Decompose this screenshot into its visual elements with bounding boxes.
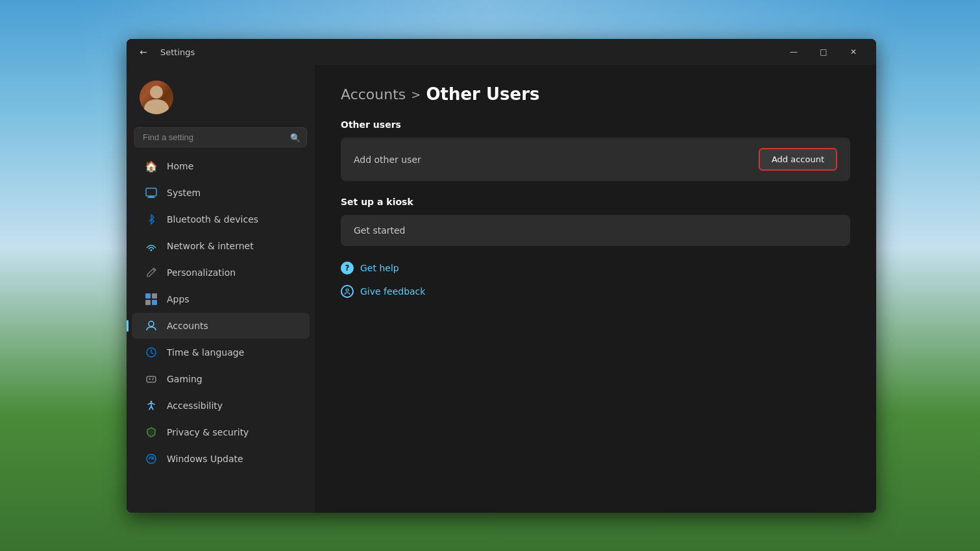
- feedback-icon: [341, 285, 354, 298]
- main-content: Accounts > Other Users Other users Add o…: [315, 65, 876, 513]
- avatar: [140, 80, 173, 114]
- maximize-icon: □: [820, 47, 827, 56]
- titlebar-title: Settings: [160, 47, 195, 57]
- sidebar-item-network[interactable]: Network & internet: [132, 233, 310, 259]
- sidebar-label-privacy: Privacy & security: [167, 427, 249, 437]
- sidebar-label-home: Home: [167, 161, 193, 171]
- sidebar-item-system[interactable]: System: [132, 180, 310, 206]
- help-icon: ?: [341, 262, 354, 275]
- svg-point-3: [151, 249, 153, 251]
- sidebar-nav: 🏠 Home System: [127, 153, 315, 472]
- back-icon: ←: [140, 47, 147, 57]
- window-controls: — □ ✕: [779, 42, 868, 62]
- kiosk-card: Get started: [341, 215, 850, 246]
- sidebar-item-accessibility[interactable]: Accessibility: [132, 393, 310, 419]
- svg-rect-0: [146, 188, 156, 196]
- settings-window: ← Settings — □ ✕ 🔍: [127, 39, 876, 513]
- sidebar-item-update[interactable]: Windows Update: [132, 446, 310, 472]
- sidebar: 🔍 🏠 Home System: [127, 65, 315, 513]
- sidebar-item-bluetooth[interactable]: Bluetooth & devices: [132, 206, 310, 232]
- give-feedback-link[interactable]: Give feedback: [341, 282, 850, 300]
- add-account-button[interactable]: Add account: [759, 148, 837, 171]
- back-button[interactable]: ←: [134, 43, 153, 61]
- privacy-icon: [145, 426, 158, 439]
- kiosk-section: Set up a kiosk Get started: [341, 197, 850, 246]
- user-avatar-section[interactable]: [127, 70, 315, 127]
- maximize-button[interactable]: □: [809, 42, 839, 62]
- svg-point-10: [152, 379, 153, 380]
- sidebar-label-network: Network & internet: [167, 241, 254, 251]
- svg-rect-6: [147, 376, 156, 382]
- home-icon: 🏠: [145, 160, 158, 173]
- bluetooth-icon: [145, 213, 158, 226]
- svg-rect-1: [149, 196, 154, 197]
- svg-point-4: [149, 321, 154, 326]
- titlebar-left: ← Settings: [134, 43, 195, 61]
- add-other-user-label: Add other user: [354, 154, 421, 165]
- get-help-link[interactable]: ? Get help: [341, 259, 850, 277]
- personalization-icon: [145, 266, 158, 279]
- svg-point-13: [346, 289, 349, 291]
- get-help-label: Get help: [360, 263, 399, 273]
- sidebar-label-time: Time & language: [167, 347, 244, 358]
- minimize-button[interactable]: —: [779, 42, 809, 62]
- sidebar-label-system: System: [167, 188, 201, 198]
- help-links: ? Get help Give feedback: [341, 259, 850, 300]
- sidebar-item-privacy[interactable]: Privacy & security: [132, 419, 310, 445]
- other-users-card: Add other user Add account: [341, 138, 850, 181]
- svg-point-11: [151, 401, 153, 403]
- window-body: 🔍 🏠 Home System: [127, 65, 876, 513]
- sidebar-item-home[interactable]: 🏠 Home: [132, 153, 310, 179]
- search-box: 🔍: [134, 127, 307, 147]
- sidebar-label-personalization: Personalization: [167, 267, 236, 278]
- other-users-title: Other users: [341, 119, 850, 130]
- accounts-icon: [145, 319, 158, 332]
- give-feedback-label: Give feedback: [360, 286, 425, 297]
- accessibility-icon: [145, 399, 158, 412]
- kiosk-title: Set up a kiosk: [341, 197, 850, 207]
- search-input[interactable]: [134, 127, 307, 147]
- svg-rect-2: [147, 197, 155, 198]
- get-started-label: Get started: [354, 225, 406, 236]
- add-other-user-row: Add other user Add account: [341, 138, 850, 181]
- sidebar-label-accounts: Accounts: [167, 321, 208, 331]
- sidebar-item-gaming[interactable]: Gaming: [132, 366, 310, 392]
- sidebar-label-bluetooth: Bluetooth & devices: [167, 214, 258, 225]
- network-icon: [145, 239, 158, 252]
- other-users-section: Other users Add other user Add account: [341, 119, 850, 181]
- breadcrumb-separator: >: [411, 88, 421, 101]
- sidebar-item-apps[interactable]: Apps: [132, 286, 310, 312]
- update-icon: [145, 452, 158, 465]
- breadcrumb-current: Other Users: [426, 84, 539, 104]
- sidebar-label-gaming: Gaming: [167, 374, 202, 384]
- apps-icon: [145, 293, 158, 306]
- breadcrumb: Accounts > Other Users: [341, 84, 850, 104]
- sidebar-item-accounts[interactable]: Accounts: [132, 313, 310, 339]
- sidebar-item-personalization[interactable]: Personalization: [132, 260, 310, 286]
- search-icon: 🔍: [290, 132, 300, 142]
- system-icon: [145, 186, 158, 199]
- close-icon: ✕: [850, 47, 857, 56]
- titlebar: ← Settings — □ ✕: [127, 39, 876, 65]
- sidebar-item-time[interactable]: Time & language: [132, 339, 310, 365]
- sidebar-label-update: Windows Update: [167, 454, 243, 464]
- breadcrumb-parent-link[interactable]: Accounts: [341, 86, 406, 103]
- sidebar-label-accessibility: Accessibility: [167, 400, 223, 411]
- time-icon: [145, 346, 158, 359]
- close-button[interactable]: ✕: [839, 42, 868, 62]
- get-started-row[interactable]: Get started: [341, 215, 850, 246]
- minimize-icon: —: [790, 47, 798, 56]
- sidebar-label-apps: Apps: [167, 294, 190, 304]
- gaming-icon: [145, 373, 158, 386]
- svg-point-9: [153, 378, 154, 379]
